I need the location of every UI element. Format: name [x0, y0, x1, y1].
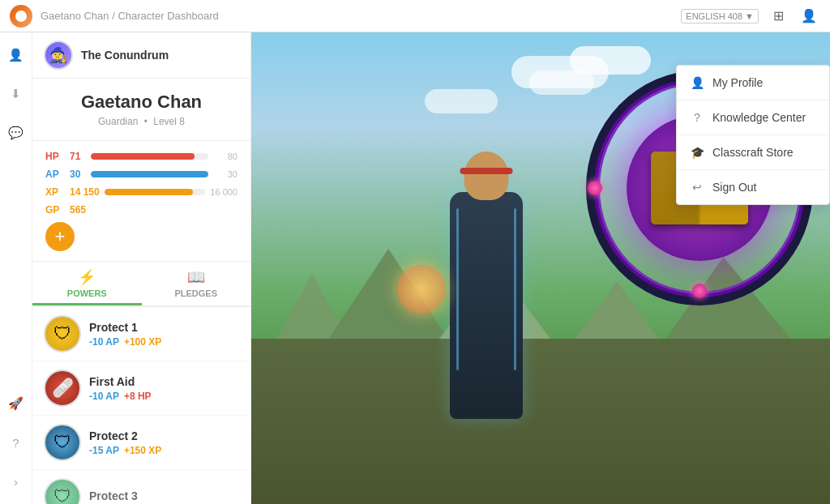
hp-bar-container	[91, 153, 208, 160]
hp-label: HP	[45, 151, 65, 162]
pledges-tab-label: PLEDGES	[174, 288, 217, 298]
my-profile-label: My Profile	[712, 76, 763, 89]
cloud-4	[425, 89, 498, 113]
ap-bar	[91, 171, 208, 177]
knowledge-center-icon: ?	[690, 110, 704, 125]
power-cost-protect-2: -15 AP +150 XP	[89, 445, 239, 456]
powers-list: 🛡 Protect 1 -10 AP +100 XP 🩹 First Aid -…	[32, 307, 250, 504]
figure-accent-left	[456, 208, 459, 370]
my-profile-icon: 👤	[690, 75, 704, 90]
figure-head	[464, 152, 508, 200]
power-icon-first-aid: 🩹	[44, 369, 81, 407]
top-bar-actions: ENGLISH 408 ▼ ⊞ 👤	[681, 5, 820, 28]
protect2-cost-xp: +150 XP	[124, 445, 161, 456]
power-item-protect-3[interactable]: 🛡 Protect 3	[32, 470, 250, 504]
tab-powers[interactable]: ⚡ POWERS	[32, 262, 142, 305]
gem-left	[588, 181, 602, 195]
protect1-cost-xp: +100 XP	[124, 336, 161, 348]
sidebar-item-person[interactable]: 👤	[3, 42, 29, 68]
classcraft-store-label: Classcraft Store	[712, 146, 794, 159]
power-icon-protect-2: 🛡	[44, 424, 81, 461]
classcraft-store-icon: 🎓	[690, 145, 704, 160]
top-bar: Gaetano Chan / Character Dashboard ENGLI…	[0, 0, 830, 32]
main-layout: 👤 ⬇ 💬 🚀 ? › 🧙 The Conundrum Gaetano Chan…	[0, 32, 830, 504]
stat-row-xp: XP 14 150 16 000	[45, 186, 237, 198]
sidebar-item-expand[interactable]: ›	[3, 468, 29, 494]
xp-label: XP	[45, 186, 65, 198]
ap-label: AP	[45, 169, 65, 180]
dot-separator: •	[144, 116, 148, 127]
character-level: 8	[179, 116, 185, 127]
add-button[interactable]: +	[45, 222, 75, 251]
level-label: Level	[153, 116, 177, 127]
sign-out-icon: ↩	[690, 180, 704, 194]
dropdown-item-my-profile[interactable]: 👤 My Profile	[677, 66, 829, 100]
sidebar-bottom: 🚀 ? ›	[3, 391, 29, 494]
sidebar-item-chat[interactable]: 💬	[3, 120, 29, 146]
power-name-protect-2: Protect 2	[89, 429, 239, 442]
power-details-protect-1: Protect 1 -10 AP +100 XP	[89, 321, 239, 348]
grid-icon-button[interactable]: ⊞	[767, 5, 789, 28]
character-class: Guardian	[98, 116, 138, 127]
profile-icon-button[interactable]: 👤	[798, 5, 820, 28]
sidebar-item-rocket[interactable]: 🚀	[3, 391, 29, 416]
power-item-protect-1[interactable]: 🛡 Protect 1 -10 AP +100 XP	[32, 307, 250, 361]
pledges-tab-icon: 📖	[187, 268, 205, 286]
breadcrumb-parent[interactable]: Gaetano Chan	[41, 10, 109, 22]
knowledge-center-label: Knowledge Center	[712, 111, 806, 124]
tabs-section: ⚡ POWERS 📖 PLEDGES	[32, 262, 250, 307]
tab-pledges[interactable]: 📖 PLEDGES	[142, 262, 251, 305]
power-cost-protect-1: -10 AP +100 XP	[89, 336, 239, 348]
ap-max: 30	[213, 169, 237, 179]
ap-current: 30	[70, 169, 86, 180]
character-panel: 🧙 The Conundrum Gaetano Chan Guardian • …	[32, 32, 251, 504]
power-details-protect-2: Protect 2 -15 AP +150 XP	[89, 429, 239, 456]
breadcrumb-current: Character Dashboard	[118, 10, 218, 22]
gp-current: 565	[70, 204, 86, 216]
app-logo[interactable]	[10, 5, 32, 28]
firstaid-cost-ap: -10 AP	[89, 391, 119, 402]
dropdown-item-sign-out[interactable]: ↩ Sign Out	[677, 170, 829, 204]
xp-bar	[105, 189, 194, 195]
icon-sidebar: 👤 ⬇ 💬 🚀 ? ›	[0, 32, 32, 504]
language-selector[interactable]: ENGLISH 408 ▼	[681, 9, 759, 23]
dropdown-menu: 👤 My Profile ? Knowledge Center 🎓 Classc…	[676, 65, 830, 205]
dropdown-item-knowledge-center[interactable]: ? Knowledge Center	[677, 100, 829, 135]
figure-torso	[450, 192, 523, 419]
hp-bar	[91, 153, 195, 160]
character-name: Gaetano Chan	[45, 92, 237, 113]
ap-bar-container	[91, 171, 208, 177]
figure-headband	[460, 168, 512, 174]
character-avatar-small: 🧙	[44, 41, 73, 70]
hp-current: 71	[70, 151, 86, 162]
powers-tab-icon: ⚡	[78, 268, 96, 286]
powers-tab-label: POWERS	[67, 288, 107, 298]
power-details-protect-3: Protect 3	[89, 489, 239, 505]
character-header: 🧙 The Conundrum	[32, 32, 250, 79]
sidebar-item-help[interactable]: ?	[3, 429, 29, 455]
protect1-cost-ap: -10 AP	[89, 336, 119, 348]
dropdown-item-classcraft-store[interactable]: 🎓 Classcraft Store	[677, 135, 829, 170]
sign-out-label: Sign Out	[712, 181, 756, 194]
power-item-first-aid[interactable]: 🩹 First Aid -10 AP +8 HP	[32, 361, 250, 416]
stats-section: HP 71 80 AP 30 30 XP 14 150	[32, 141, 250, 262]
power-name-protect-3: Protect 3	[89, 489, 239, 502]
character-figure	[413, 119, 559, 419]
breadcrumb: Gaetano Chan / Character Dashboard	[41, 10, 681, 22]
xp-current: 14 150	[70, 186, 100, 198]
power-item-protect-2[interactable]: 🛡 Protect 2 -15 AP +150 XP	[32, 416, 250, 470]
stat-row-ap: AP 30 30	[45, 169, 237, 180]
hp-max: 80	[213, 152, 237, 161]
power-cost-first-aid: -10 AP +8 HP	[89, 391, 239, 402]
power-icon-protect-1: 🛡	[44, 315, 81, 352]
power-details-first-aid: First Aid -10 AP +8 HP	[89, 375, 239, 402]
xp-max: 16 000	[210, 187, 237, 197]
stat-row-hp: HP 71 80	[45, 151, 237, 162]
gp-label: GP	[45, 204, 65, 216]
power-name-first-aid: First Aid	[89, 375, 239, 388]
magic-orb	[397, 265, 446, 314]
firstaid-cost-hp: +8 HP	[124, 391, 152, 402]
figure-accent-right	[514, 208, 516, 370]
avatar-emoji: 🧙	[49, 46, 67, 64]
sidebar-item-download[interactable]: ⬇	[3, 81, 29, 107]
